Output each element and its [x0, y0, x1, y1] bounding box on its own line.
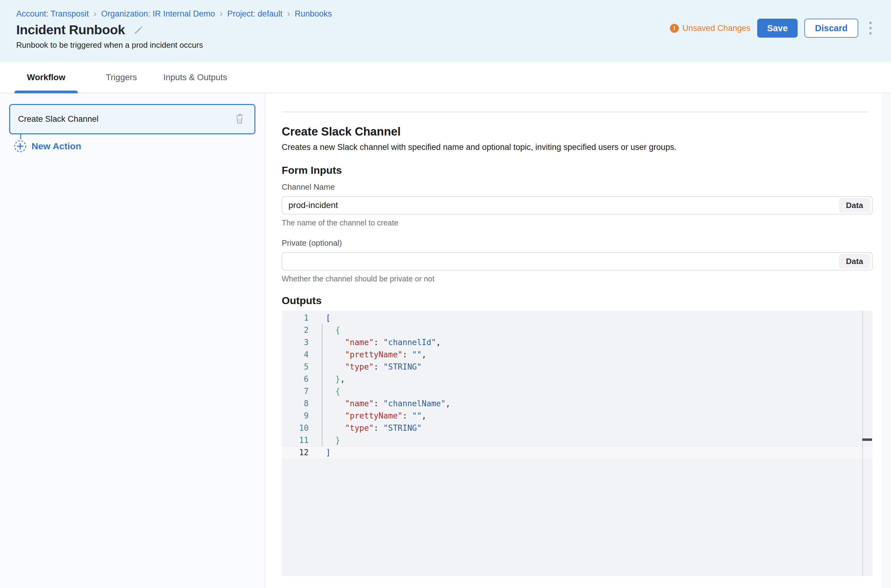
page-title: Incident Runbook	[16, 22, 125, 38]
private-data-button[interactable]: Data	[839, 254, 870, 268]
code-line[interactable]: 3 "name": "channelId",	[282, 336, 873, 348]
chevron-right-icon: ›	[220, 9, 223, 18]
editor-ruler-line	[862, 310, 863, 576]
code-line[interactable]: 6 },	[282, 373, 873, 385]
breadcrumb-organization-link[interactable]: Organization: IR Internal Demo	[101, 9, 215, 19]
line-number: 12	[282, 446, 309, 459]
tab-bar: Workflow Triggers Inputs & Outputs	[0, 62, 891, 93]
line-number: 9	[282, 410, 309, 422]
line-text: },	[326, 373, 345, 385]
unsaved-changes-label: Unsaved Changes	[682, 24, 751, 33]
line-text: "type": "STRING"	[326, 361, 421, 373]
workflow-connector-line	[20, 134, 21, 139]
page-header: Account: Transposit › Organization: IR I…	[0, 0, 891, 62]
tab-workflow[interactable]: Workflow	[14, 62, 78, 93]
runbook-description: Runbook to be triggered when a prod inci…	[16, 40, 891, 50]
line-text: "name": "channelId",	[326, 336, 441, 348]
unsaved-changes-status: ! Unsaved Changes	[670, 24, 751, 33]
private-input[interactable]	[282, 252, 873, 270]
header-actions: ! Unsaved Changes Save Discard	[670, 19, 873, 38]
line-number: 5	[282, 361, 309, 373]
runbook-editor-page: Account: Transposit › Organization: IR I…	[0, 0, 891, 588]
private-row: Data	[282, 252, 873, 270]
channel-name-input[interactable]	[282, 196, 873, 214]
line-text: {	[326, 324, 340, 336]
line-number: 11	[282, 434, 309, 446]
line-text: [	[326, 312, 331, 324]
channel-name-data-button[interactable]: Data	[839, 198, 870, 213]
new-action-button[interactable]: New Action	[14, 140, 81, 153]
line-number: 10	[282, 422, 309, 434]
plus-circle-icon	[14, 140, 27, 153]
line-number: 4	[282, 348, 309, 361]
more-options-kebab-icon[interactable]	[867, 20, 873, 36]
line-text: {	[326, 385, 340, 398]
save-button[interactable]: Save	[757, 19, 798, 38]
outputs-heading: Outputs	[282, 294, 873, 307]
line-text: "prettyName": "",	[326, 348, 426, 361]
tab-triggers[interactable]: Triggers	[93, 62, 149, 93]
tab-inputs-outputs[interactable]: Inputs & Outputs	[151, 62, 240, 93]
line-number: 2	[282, 324, 309, 336]
private-helper: Whether the channel should be private or…	[282, 274, 873, 284]
channel-name-row: Data	[282, 196, 873, 214]
breadcrumb-project-link[interactable]: Project: default	[227, 9, 282, 19]
line-number: 1	[282, 312, 309, 324]
line-number: 8	[282, 398, 309, 410]
line-number: 7	[282, 385, 309, 398]
action-card-create-slack-channel[interactable]: Create Slack Channel	[9, 104, 255, 134]
chevron-right-icon: ›	[287, 9, 290, 18]
content-area: Create Slack Channel	[0, 93, 891, 588]
action-card-label: Create Slack Channel	[18, 114, 99, 124]
code-line[interactable]: 4 "prettyName": "",	[282, 348, 873, 361]
edit-title-pencil-icon[interactable]	[133, 24, 144, 36]
breadcrumb-runbooks-link[interactable]: Runbooks	[295, 9, 332, 19]
warning-icon: !	[670, 24, 679, 33]
discard-button[interactable]: Discard	[804, 19, 858, 38]
code-line[interactable]: 12]	[282, 446, 873, 459]
code-line[interactable]: 9 "prettyName": "",	[282, 410, 873, 422]
editor-scrollbar-thumb[interactable]	[862, 438, 872, 441]
code-line[interactable]: 11 }	[282, 434, 873, 446]
code-line[interactable]: 2 {	[282, 324, 873, 336]
line-text: }	[326, 434, 340, 446]
code-line[interactable]: 7 {	[282, 385, 873, 398]
form-inputs-heading: Form Inputs	[282, 164, 873, 177]
code-line[interactable]: 5 "type": "STRING"	[282, 361, 873, 373]
new-action-label: New Action	[32, 141, 81, 152]
private-label: Private (optional)	[282, 238, 873, 248]
line-text: "type": "STRING"	[326, 422, 421, 434]
line-text: "prettyName": "",	[326, 410, 426, 422]
code-line[interactable]: 1[	[282, 312, 873, 324]
line-number: 6	[282, 373, 309, 385]
code-lines: 1[2 {3 "name": "channelId",4 "prettyName…	[282, 310, 873, 459]
action-title: Create Slack Channel	[282, 124, 873, 139]
section-divider	[282, 112, 868, 112]
channel-name-label: Channel Name	[282, 182, 873, 192]
breadcrumb: Account: Transposit › Organization: IR I…	[16, 9, 891, 19]
line-number: 3	[282, 336, 309, 348]
line-text: "name": "channelName",	[326, 398, 450, 410]
workflow-steps-panel: Create Slack Channel	[0, 93, 265, 588]
page-scrollbar-gutter	[882, 93, 891, 588]
action-description: Creates a new Slack channel with specifi…	[282, 142, 873, 153]
code-line[interactable]: 8 "name": "channelName",	[282, 398, 873, 410]
channel-name-helper: The name of the channel to create	[282, 218, 873, 228]
delete-action-trash-icon[interactable]	[232, 111, 247, 127]
action-detail-panel: Create Slack Channel Creates a new Slack…	[265, 93, 891, 588]
breadcrumb-account-link[interactable]: Account: Transposit	[16, 9, 89, 19]
code-line[interactable]: 10 "type": "STRING"	[282, 422, 873, 434]
outputs-code-editor[interactable]: 1[2 {3 "name": "channelId",4 "prettyName…	[282, 310, 873, 576]
chevron-right-icon: ›	[93, 9, 96, 18]
line-text: ]	[326, 446, 331, 459]
